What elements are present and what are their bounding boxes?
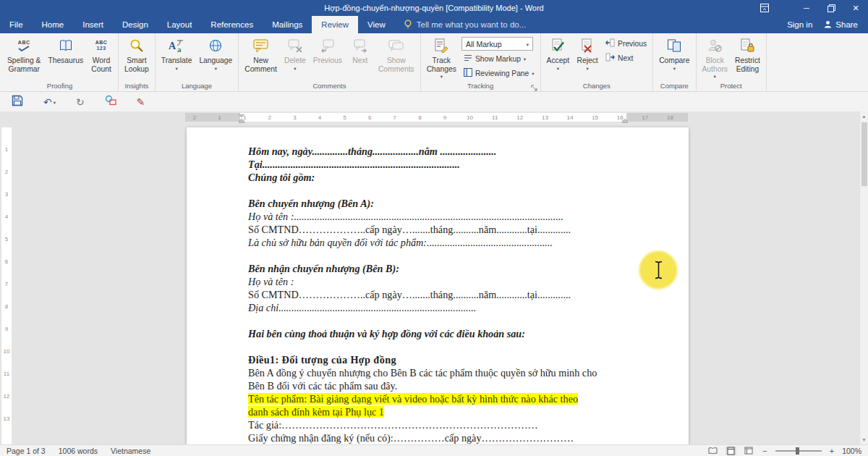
- undo-button[interactable]: ↶▾: [43, 96, 56, 109]
- doc-line: Bên A đồng ý chuyển nhượng cho Bên B các…: [248, 366, 644, 379]
- word-count-button[interactable]: ABC123WordCount: [87, 35, 116, 73]
- share-button[interactable]: Share: [824, 20, 858, 30]
- scrollbar-thumb[interactable]: [861, 122, 867, 186]
- doc-line: Giấy chứng nhận đăng ký (nếu có):……………cấ…: [248, 431, 644, 444]
- annotate-pen-button[interactable]: ✎: [137, 96, 145, 109]
- minimize-button[interactable]: ─: [794, 0, 819, 16]
- reviewingpane-icon: [464, 68, 472, 78]
- tell-me-box[interactable]: Tell me what you want to do...: [395, 16, 535, 33]
- vertical-scrollbar[interactable]: ▲ ▼: [859, 111, 868, 444]
- ruler-number: 11: [492, 114, 498, 121]
- reviewing-pane-button[interactable]: Reviewing Pane▾: [461, 67, 537, 80]
- restrictediting-icon: [740, 36, 754, 55]
- tab-mailings[interactable]: Mailings: [263, 16, 312, 33]
- ruler-number: 17: [642, 114, 648, 121]
- redo-button[interactable]: ↻: [76, 96, 85, 109]
- previous-change-button[interactable]: Previous: [603, 37, 649, 50]
- translate-button[interactable]: AaTranslate▾: [158, 35, 196, 71]
- zoom-slider[interactable]: [775, 450, 822, 452]
- dropdown-caret-icon: ▾: [215, 66, 217, 71]
- show-markup-button[interactable]: Show Markup▾: [461, 52, 537, 65]
- restrict-editing-button[interactable]: RestrictEditing: [731, 35, 764, 73]
- tab-view[interactable]: View: [358, 16, 395, 33]
- wordcount-icon: ABC123: [95, 36, 108, 55]
- group-label-compare: Compare: [653, 82, 695, 90]
- ruler-number: 5: [343, 114, 346, 121]
- restore-button[interactable]: [819, 0, 843, 16]
- showcomments-icon: [388, 36, 404, 55]
- read-mode-button[interactable]: [707, 447, 719, 455]
- sign-in-link[interactable]: Sign in: [787, 20, 812, 29]
- word-count-indicator[interactable]: 1006 words: [59, 447, 98, 455]
- dialog-launcher-icon[interactable]: [531, 82, 539, 90]
- horizontal-ruler[interactable]: 21123456789101112131415161718: [0, 111, 859, 123]
- ruler-number: 9: [1, 326, 12, 332]
- doc-line: Là chủ sở hữu bản quyền đối với tác phẩm…: [248, 236, 644, 249]
- display-for-review-dropdown[interactable]: All Markup▾: [461, 37, 533, 51]
- web-layout-icon: [744, 447, 753, 455]
- nextchange-icon: [605, 53, 615, 63]
- ruler-number: 5: [1, 236, 12, 242]
- web-layout-button[interactable]: [743, 447, 754, 455]
- show-comments-label: Show: [387, 56, 406, 65]
- restore-icon: [827, 4, 835, 12]
- restrict-editing-label: Editing: [736, 65, 759, 74]
- nextcomment-icon: [353, 36, 367, 55]
- zoom-out-button[interactable]: −: [761, 447, 768, 455]
- zoom-slider-thumb[interactable]: [796, 447, 799, 455]
- compare-button[interactable]: Compare▾: [655, 35, 693, 71]
- print-layout-icon: [727, 447, 735, 455]
- accept-button[interactable]: Accept▾: [543, 35, 573, 71]
- doc-line: [248, 249, 644, 262]
- vertical-ruler[interactable]: 12345678910111213: [1, 127, 12, 444]
- spelling-grammar-label: Spelling &: [7, 56, 41, 65]
- close-button[interactable]: ✕: [843, 0, 868, 16]
- next-change-button[interactable]: Next: [603, 51, 649, 64]
- tab-references[interactable]: References: [201, 16, 263, 33]
- tab-review[interactable]: Review: [312, 16, 358, 33]
- newcomment-icon: [253, 36, 268, 55]
- tab-insert[interactable]: Insert: [73, 16, 113, 33]
- doc-line: Họ và tên :: [248, 275, 644, 288]
- ruler-number: 10: [467, 114, 473, 121]
- redo-icon: ↻: [76, 96, 85, 109]
- highlighted-text: Tên tác phẩm: Bài giảng dạng viết và vid…: [248, 393, 578, 405]
- save-button[interactable]: [12, 95, 23, 109]
- ribbon-group-changes: Accept▾Reject▾PreviousNextChanges: [541, 33, 654, 91]
- new-comment-button[interactable]: NewComment: [241, 35, 281, 73]
- svg-text:a: a: [177, 45, 182, 53]
- reject-button[interactable]: Reject▾: [573, 35, 602, 71]
- ruler-number: 13: [1, 415, 12, 422]
- scroll-up-icon[interactable]: ▲: [860, 111, 868, 121]
- tab-design[interactable]: Design: [113, 16, 158, 33]
- ruler-number: 12: [516, 114, 523, 121]
- tab-layout[interactable]: Layout: [158, 16, 202, 33]
- language-indicator[interactable]: Vietnamese: [111, 447, 150, 455]
- thesaurus-button[interactable]: Thesaurus: [44, 35, 87, 65]
- tab-file[interactable]: File: [0, 16, 33, 33]
- track-changes-button[interactable]: TrackChanges▾: [423, 35, 460, 79]
- spelling-grammar-button[interactable]: ABCSpelling &Grammar: [4, 35, 44, 73]
- language-button[interactable]: Language▾: [195, 35, 236, 71]
- ruler-number: 2: [1, 169, 12, 175]
- zoom-in-button[interactable]: +: [828, 447, 835, 455]
- draw-shapes-button[interactable]: [105, 95, 116, 109]
- dropdown-caret-icon: ▾: [714, 74, 716, 79]
- ribbon-display-options-button[interactable]: [752, 0, 777, 16]
- scroll-down-icon[interactable]: ▼: [860, 435, 868, 444]
- page-indicator[interactable]: Page 1 of 3: [7, 447, 46, 455]
- next-change-label: Next: [618, 54, 633, 62]
- document-page[interactable]: Hôm nay, ngày..............tháng........…: [187, 127, 689, 444]
- ruler-number: 14: [567, 114, 574, 121]
- next-comment-label: Next: [352, 56, 367, 65]
- dropdown-caret-icon: ▾: [524, 56, 526, 62]
- zoom-level[interactable]: 100%: [842, 447, 861, 455]
- compare-label: Compare: [659, 56, 689, 65]
- smart-lookup-button[interactable]: SmartLookup: [121, 35, 153, 73]
- tab-home[interactable]: Home: [33, 16, 74, 33]
- print-layout-button[interactable]: [726, 447, 736, 455]
- show-markup-label: Show Markup: [475, 55, 521, 63]
- spelling-icon: ABC: [18, 36, 30, 55]
- block-authors-button: BlockAuthors▾: [699, 35, 732, 79]
- smartlookup-icon: [129, 36, 144, 55]
